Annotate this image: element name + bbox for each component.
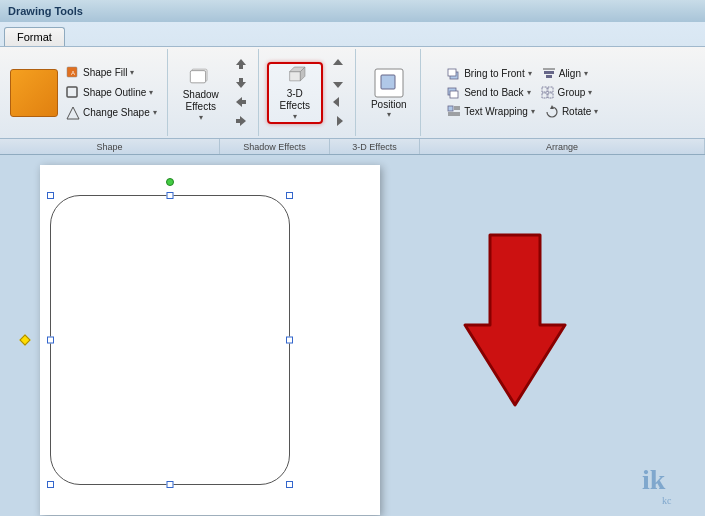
shadow-effects-button[interactable]: Shadow Effects ▾ xyxy=(176,63,226,123)
svg-rect-22 xyxy=(381,75,395,89)
shape-preview xyxy=(10,69,58,117)
ribbon-content: A Shape Fill ▾ Shape Outline ▾ xyxy=(0,46,705,138)
send-to-back-button[interactable]: Send to Back ▾ xyxy=(443,84,534,102)
shape-fill-button[interactable]: A Shape Fill ▾ xyxy=(62,64,161,82)
selection-handle-tl[interactable] xyxy=(47,192,54,199)
selection-handle-bm[interactable] xyxy=(167,481,174,488)
arrange-row-1: Bring to Front ▾ Align ▾ xyxy=(443,65,602,83)
label-arrange: Arrange xyxy=(420,139,705,154)
svg-text:ik: ik xyxy=(642,464,666,495)
svg-marker-19 xyxy=(333,97,339,107)
shadow-nudge-down[interactable] xyxy=(230,74,252,92)
group-button[interactable]: Group ▾ xyxy=(537,84,603,102)
rotate-dropdown[interactable]: ▾ xyxy=(594,107,598,116)
svg-rect-24 xyxy=(448,69,456,76)
svg-rect-32 xyxy=(542,93,547,98)
3d-effects-button[interactable]: 3-D Effects ▾ xyxy=(267,62,323,124)
svg-rect-27 xyxy=(546,75,552,78)
position-button[interactable]: Position ▾ xyxy=(364,63,414,123)
shadow-label2: Effects xyxy=(186,101,216,113)
align-label: Align xyxy=(559,68,581,79)
rotate-icon xyxy=(545,105,559,119)
shape-group-content: A Shape Fill ▾ Shape Outline ▾ xyxy=(10,51,161,134)
arrange-group-content: Bring to Front ▾ Align ▾ xyxy=(443,51,602,134)
rotate-label: Rotate xyxy=(562,106,591,117)
group-shape: A Shape Fill ▾ Shape Outline ▾ xyxy=(4,49,168,136)
shadow-nudge-left[interactable] xyxy=(230,93,252,111)
shape-fill-dropdown[interactable]: ▾ xyxy=(130,68,134,77)
tilt-down-icon xyxy=(331,76,345,90)
svg-rect-34 xyxy=(448,106,453,111)
svg-rect-8 xyxy=(239,78,243,82)
svg-marker-18 xyxy=(333,82,343,88)
svg-marker-17 xyxy=(333,59,343,65)
svg-rect-26 xyxy=(544,71,554,74)
3d-group-content: 3-D Effects ▾ xyxy=(267,51,349,134)
group-icon xyxy=(541,86,555,100)
shape-outline-button[interactable]: Shape Outline ▾ xyxy=(62,84,161,102)
svg-marker-9 xyxy=(236,82,246,88)
change-shape-icon xyxy=(66,106,80,120)
send-back-dropdown[interactable]: ▾ xyxy=(527,88,531,97)
bring-front-dropdown[interactable]: ▾ xyxy=(528,69,532,78)
align-button[interactable]: Align ▾ xyxy=(538,65,603,83)
selection-handle-ml[interactable] xyxy=(47,337,54,344)
corner-radius-handle[interactable] xyxy=(19,334,30,345)
group-dropdown[interactable]: ▾ xyxy=(588,88,592,97)
label-shape: Shape xyxy=(0,139,220,154)
send-to-back-label: Send to Back xyxy=(464,87,523,98)
text-wrapping-label: Text Wrapping xyxy=(464,106,528,117)
label-3d: 3-D Effects xyxy=(330,139,420,154)
align-dropdown[interactable]: ▾ xyxy=(584,69,588,78)
svg-rect-7 xyxy=(239,65,243,69)
nudge-up-icon xyxy=(234,57,248,71)
bring-to-front-button[interactable]: Bring to Front ▾ xyxy=(443,65,536,83)
group-3d-effects: 3-D Effects ▾ xyxy=(261,49,356,136)
bring-to-front-icon xyxy=(447,67,461,81)
white-page xyxy=(40,165,380,515)
rotation-handle[interactable] xyxy=(166,178,174,186)
arrange-rows: Bring to Front ▾ Align ▾ xyxy=(443,65,602,121)
selection-handle-br[interactable] xyxy=(286,481,293,488)
svg-rect-29 xyxy=(450,91,458,98)
label-shadow: Shadow Effects xyxy=(220,139,330,154)
selection-handle-tm[interactable] xyxy=(167,192,174,199)
send-to-back-icon xyxy=(447,86,461,100)
change-shape-button[interactable]: Change Shape ▾ xyxy=(62,104,161,122)
3d-tilt-up[interactable] xyxy=(327,55,349,73)
rounded-rectangle-shape[interactable] xyxy=(50,195,290,485)
3d-tilt-right[interactable] xyxy=(327,112,349,130)
rotate-button[interactable]: Rotate ▾ xyxy=(541,103,602,121)
shadow-nudge-right[interactable] xyxy=(230,112,252,130)
shadow-label: Shadow xyxy=(183,89,219,101)
change-shape-dropdown[interactable]: ▾ xyxy=(153,108,157,117)
shape-fill-label: Shape Fill xyxy=(83,67,127,78)
tilt-left-icon xyxy=(331,95,345,109)
position-dropdown[interactable]: ▾ xyxy=(387,110,391,119)
shadow-dropdown[interactable]: ▾ xyxy=(199,113,203,123)
position-label: Position xyxy=(371,99,407,110)
document-area: ik kc xyxy=(0,155,705,516)
svg-rect-30 xyxy=(542,87,547,92)
group-arrange: Bring to Front ▾ Align ▾ xyxy=(423,49,623,136)
svg-marker-13 xyxy=(240,116,246,126)
shadow-nudge-up[interactable] xyxy=(230,55,252,73)
tab-format[interactable]: Format xyxy=(4,27,65,46)
svg-rect-5 xyxy=(190,70,205,82)
arrange-row-2: Send to Back ▾ Group ▾ xyxy=(443,84,602,102)
group-shadow-effects: Shadow Effects ▾ xyxy=(170,49,259,136)
3d-dropdown[interactable]: ▾ xyxy=(293,112,297,122)
tilt-right-icon xyxy=(331,114,345,128)
selection-handle-mr[interactable] xyxy=(286,337,293,344)
text-wrap-dropdown[interactable]: ▾ xyxy=(531,107,535,116)
3d-tilt-left[interactable] xyxy=(327,93,349,111)
shape-outline-dropdown[interactable]: ▾ xyxy=(149,88,153,97)
text-wrapping-button[interactable]: Text Wrapping ▾ xyxy=(443,103,539,121)
selection-handle-bl[interactable] xyxy=(47,481,54,488)
3d-tilt-down[interactable] xyxy=(327,74,349,92)
svg-rect-11 xyxy=(242,100,246,104)
3d-small-buttons xyxy=(327,55,349,130)
svg-rect-2 xyxy=(67,87,77,97)
cursor-arrow xyxy=(455,205,675,465)
selection-handle-tr[interactable] xyxy=(286,192,293,199)
